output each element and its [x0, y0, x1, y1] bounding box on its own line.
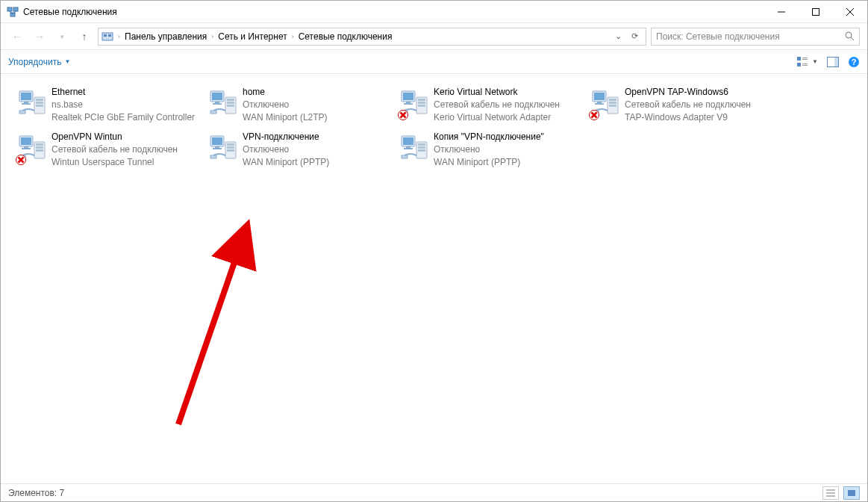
connection-name: VPN-подключение [243, 131, 329, 143]
network-adapter-icon [14, 84, 51, 122]
svg-rect-35 [215, 102, 219, 103]
svg-rect-55 [594, 93, 605, 100]
svg-rect-2 [10, 13, 15, 16]
network-connections-icon [7, 6, 19, 18]
svg-rect-39 [227, 102, 234, 104]
svg-rect-60 [609, 102, 616, 104]
svg-rect-73 [36, 149, 43, 152]
svg-rect-69 [22, 148, 31, 149]
svg-text:?: ? [852, 58, 857, 66]
svg-rect-85 [227, 149, 234, 152]
control-panel-icon [102, 31, 113, 43]
svg-rect-25 [21, 93, 31, 100]
svg-rect-29 [36, 99, 43, 101]
svg-rect-1 [13, 7, 18, 11]
search-placeholder: Поиск: Сетевые подключения [656, 31, 780, 42]
svg-rect-83 [227, 143, 234, 146]
connection-item[interactable]: OpenVPN TAP-Windows6 Сетевой кабель не п… [586, 83, 777, 125]
close-button[interactable] [833, 1, 867, 22]
svg-rect-0 [7, 7, 12, 11]
svg-rect-21 [834, 58, 838, 66]
svg-line-96 [178, 230, 246, 424]
minimize-button[interactable] [764, 1, 799, 22]
breadcrumb-separator-icon: › [290, 33, 296, 40]
connection-name: Kerio Virtual Network [434, 86, 560, 99]
svg-rect-17 [797, 63, 801, 66]
search-icon [845, 31, 855, 41]
connection-status: Сетевой кабель не подключен [434, 99, 560, 111]
refresh-button[interactable]: ⟳ [626, 31, 643, 41]
breadcrumb-item[interactable]: Сеть и Интернет [215, 31, 290, 42]
svg-rect-72 [36, 146, 43, 149]
address-dropdown-icon[interactable]: ⌄ [610, 31, 626, 41]
connection-item[interactable]: VPN-подключение Отключено WAN Miniport (… [204, 128, 395, 170]
svg-rect-43 [403, 93, 413, 100]
connection-device: WAN Miniport (L2TP) [243, 111, 328, 124]
svg-rect-49 [418, 105, 425, 107]
breadcrumb-separator-icon: › [116, 33, 122, 40]
svg-rect-48 [418, 102, 425, 104]
address-bar[interactable]: › Панель управления › Сеть и Интернет › … [98, 28, 646, 46]
connection-item[interactable]: Kerio Virtual Network Сетевой кабель не … [395, 83, 586, 125]
breadcrumb-separator-icon: › [210, 33, 215, 40]
connection-device: Wintun Userspace Tunnel [51, 156, 178, 169]
preview-pane-button[interactable] [827, 57, 839, 67]
svg-rect-32 [19, 111, 25, 114]
navigation-bar: ← → ▾ ↑ › Панель управления › Сеть и Инт… [1, 23, 867, 50]
recent-dropdown[interactable]: ▾ [53, 28, 71, 46]
connection-status: Сетевой кабель не подключен [51, 143, 178, 156]
organize-label: Упорядочить [8, 57, 61, 67]
svg-rect-80 [215, 146, 219, 148]
large-icons-view-button[interactable] [843, 486, 860, 500]
svg-rect-88 [403, 137, 413, 145]
svg-rect-79 [212, 137, 222, 145]
search-input[interactable]: Поиск: Сетевые подключения [651, 28, 860, 46]
details-view-button[interactable] [822, 486, 839, 500]
svg-rect-86 [210, 155, 216, 158]
maximize-button[interactable] [799, 1, 833, 22]
svg-rect-57 [595, 103, 604, 105]
svg-rect-40 [227, 105, 234, 107]
connection-device: WAN Miniport (PPTP) [434, 156, 544, 169]
breadcrumb-item[interactable]: Панель управления [122, 31, 210, 42]
connection-status: Отключено [243, 99, 328, 111]
svg-rect-31 [36, 105, 43, 107]
network-adapter-icon [14, 129, 51, 167]
connection-item[interactable]: OpenVPN Wintun Сетевой кабель не подключ… [13, 128, 204, 170]
forward-button[interactable]: → [31, 28, 49, 46]
svg-rect-30 [36, 102, 43, 104]
connection-name: home [243, 86, 328, 99]
connection-device: WAN Miniport (PPTP) [243, 156, 329, 169]
svg-rect-15 [802, 58, 808, 58]
svg-rect-92 [418, 143, 425, 146]
svg-rect-19 [802, 65, 808, 66]
svg-rect-61 [609, 105, 616, 107]
network-adapter-icon [396, 129, 434, 167]
network-adapter-icon [205, 84, 243, 122]
breadcrumb-item[interactable]: Сетевые подключения [296, 31, 396, 42]
connection-item[interactable]: Копия "VPN-подключение" Отключено WAN Mi… [395, 128, 586, 170]
svg-rect-94 [418, 149, 425, 152]
svg-rect-27 [22, 103, 31, 105]
back-button[interactable]: ← [8, 28, 26, 46]
svg-rect-81 [213, 148, 222, 149]
organize-button[interactable]: Упорядочить ▼ [8, 57, 70, 67]
connection-name: OpenVPN Wintun [51, 131, 178, 143]
up-button[interactable]: ↑ [75, 28, 93, 46]
connection-item[interactable]: home Отключено WAN Miniport (L2TP) [204, 83, 395, 125]
connection-name: OpenVPN TAP-Windows6 [625, 86, 751, 99]
svg-rect-90 [404, 148, 413, 149]
connection-item[interactable]: Ethernet ns.base Realtek PCIe GbE Family… [13, 83, 204, 125]
svg-rect-6 [813, 8, 819, 15]
svg-rect-41 [210, 111, 216, 114]
svg-rect-93 [418, 146, 425, 149]
network-adapter-icon [587, 84, 625, 122]
svg-rect-14 [797, 57, 801, 61]
view-options-button[interactable]: ▼ [797, 57, 818, 67]
command-bar: Упорядочить ▼ ▼ ? [1, 50, 867, 74]
svg-rect-100 [848, 490, 855, 496]
help-button[interactable]: ? [848, 56, 860, 68]
connection-name: Ethernet [51, 86, 195, 99]
svg-rect-44 [406, 102, 410, 103]
status-bar: Элементов: 7 [1, 483, 867, 501]
